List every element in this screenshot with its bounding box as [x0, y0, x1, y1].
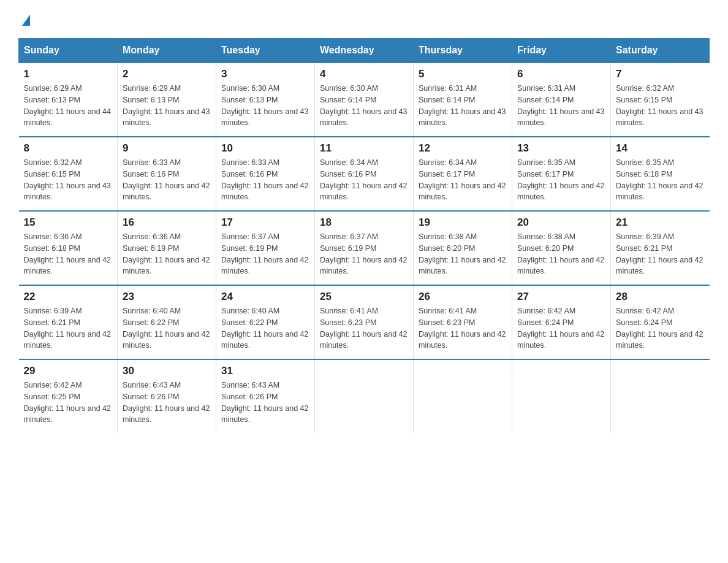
day-number: 21 [616, 216, 705, 229]
calendar-cell: 9 Sunrise: 6:33 AMSunset: 6:16 PMDayligh… [118, 137, 216, 211]
day-info: Sunrise: 6:34 AMSunset: 6:16 PMDaylight:… [320, 158, 407, 201]
calendar-cell: 25 Sunrise: 6:41 AMSunset: 6:23 PMDaylig… [315, 285, 414, 359]
day-info: Sunrise: 6:38 AMSunset: 6:20 PMDaylight:… [517, 232, 604, 275]
day-info: Sunrise: 6:43 AMSunset: 6:26 PMDaylight:… [221, 381, 308, 424]
calendar-cell: 26 Sunrise: 6:41 AMSunset: 6:23 PMDaylig… [414, 285, 512, 359]
header-sunday: Sunday [19, 39, 118, 63]
header-saturday: Saturday [611, 39, 710, 63]
calendar-week-row: 8 Sunrise: 6:32 AMSunset: 6:15 PMDayligh… [19, 137, 710, 211]
calendar-week-row: 29 Sunrise: 6:42 AMSunset: 6:25 PMDaylig… [19, 359, 710, 433]
header-tuesday: Tuesday [216, 39, 315, 63]
header-friday: Friday [512, 39, 611, 63]
day-number: 10 [221, 142, 309, 155]
day-info: Sunrise: 6:40 AMSunset: 6:22 PMDaylight:… [221, 307, 308, 350]
calendar-cell: 12 Sunrise: 6:34 AMSunset: 6:17 PMDaylig… [414, 137, 512, 211]
calendar-cell: 2 Sunrise: 6:29 AMSunset: 6:13 PMDayligh… [118, 63, 216, 137]
day-info: Sunrise: 6:42 AMSunset: 6:25 PMDaylight:… [24, 381, 111, 424]
calendar-cell: 4 Sunrise: 6:30 AMSunset: 6:14 PMDayligh… [315, 63, 414, 137]
day-number: 8 [24, 142, 113, 155]
calendar-cell [512, 359, 611, 433]
day-number: 17 [221, 216, 309, 229]
day-number: 13 [517, 142, 605, 155]
day-number: 6 [517, 68, 605, 80]
day-info: Sunrise: 6:32 AMSunset: 6:15 PMDaylight:… [616, 84, 703, 127]
day-info: Sunrise: 6:41 AMSunset: 6:23 PMDaylight:… [419, 307, 506, 350]
calendar-cell: 8 Sunrise: 6:32 AMSunset: 6:15 PMDayligh… [19, 137, 118, 211]
calendar-cell: 15 Sunrise: 6:36 AMSunset: 6:18 PMDaylig… [19, 211, 118, 285]
day-info: Sunrise: 6:39 AMSunset: 6:21 PMDaylight:… [616, 232, 703, 275]
day-info: Sunrise: 6:35 AMSunset: 6:17 PMDaylight:… [517, 158, 604, 201]
day-number: 18 [320, 216, 408, 229]
page-header [18, 12, 710, 26]
day-info: Sunrise: 6:29 AMSunset: 6:13 PMDaylight:… [24, 84, 111, 127]
day-info: Sunrise: 6:42 AMSunset: 6:24 PMDaylight:… [517, 307, 604, 350]
calendar-cell: 28 Sunrise: 6:42 AMSunset: 6:24 PMDaylig… [611, 285, 710, 359]
day-info: Sunrise: 6:39 AMSunset: 6:21 PMDaylight:… [24, 307, 111, 350]
day-info: Sunrise: 6:30 AMSunset: 6:13 PMDaylight:… [221, 84, 308, 127]
day-info: Sunrise: 6:37 AMSunset: 6:19 PMDaylight:… [320, 232, 407, 275]
header-monday: Monday [118, 39, 216, 63]
day-info: Sunrise: 6:36 AMSunset: 6:19 PMDaylight:… [123, 232, 210, 275]
day-number: 20 [517, 216, 605, 229]
day-number: 2 [123, 68, 211, 80]
day-number: 28 [616, 291, 705, 303]
day-number: 11 [320, 142, 408, 155]
day-info: Sunrise: 6:42 AMSunset: 6:24 PMDaylight:… [616, 307, 703, 350]
header-thursday: Thursday [414, 39, 512, 63]
day-number: 29 [24, 365, 113, 377]
day-info: Sunrise: 6:29 AMSunset: 6:13 PMDaylight:… [123, 84, 210, 127]
calendar-cell: 24 Sunrise: 6:40 AMSunset: 6:22 PMDaylig… [216, 285, 315, 359]
day-number: 22 [24, 291, 113, 303]
day-info: Sunrise: 6:34 AMSunset: 6:17 PMDaylight:… [419, 158, 506, 201]
day-info: Sunrise: 6:32 AMSunset: 6:15 PMDaylight:… [24, 158, 111, 201]
calendar-week-row: 22 Sunrise: 6:39 AMSunset: 6:21 PMDaylig… [19, 285, 710, 359]
day-number: 16 [123, 216, 211, 229]
calendar-cell: 21 Sunrise: 6:39 AMSunset: 6:21 PMDaylig… [611, 211, 710, 285]
calendar-cell: 29 Sunrise: 6:42 AMSunset: 6:25 PMDaylig… [19, 359, 118, 433]
calendar-cell: 20 Sunrise: 6:38 AMSunset: 6:20 PMDaylig… [512, 211, 611, 285]
day-number: 26 [419, 291, 507, 303]
calendar-cell: 16 Sunrise: 6:36 AMSunset: 6:19 PMDaylig… [118, 211, 216, 285]
day-number: 19 [419, 216, 507, 229]
day-number: 25 [320, 291, 408, 303]
calendar-cell: 3 Sunrise: 6:30 AMSunset: 6:13 PMDayligh… [216, 63, 315, 137]
calendar-cell [414, 359, 512, 433]
day-info: Sunrise: 6:38 AMSunset: 6:20 PMDaylight:… [419, 232, 506, 275]
calendar-cell: 5 Sunrise: 6:31 AMSunset: 6:14 PMDayligh… [414, 63, 512, 137]
day-info: Sunrise: 6:36 AMSunset: 6:18 PMDaylight:… [24, 232, 111, 275]
day-info: Sunrise: 6:43 AMSunset: 6:26 PMDaylight:… [123, 381, 210, 424]
calendar-cell: 19 Sunrise: 6:38 AMSunset: 6:20 PMDaylig… [414, 211, 512, 285]
day-info: Sunrise: 6:41 AMSunset: 6:23 PMDaylight:… [320, 307, 407, 350]
calendar-week-row: 1 Sunrise: 6:29 AMSunset: 6:13 PMDayligh… [19, 63, 710, 137]
day-info: Sunrise: 6:30 AMSunset: 6:14 PMDaylight:… [320, 84, 407, 127]
day-number: 12 [419, 142, 507, 155]
calendar-cell [611, 359, 710, 433]
calendar-header-row: SundayMondayTuesdayWednesdayThursdayFrid… [19, 39, 710, 63]
day-number: 5 [419, 68, 507, 80]
day-number: 1 [24, 68, 113, 80]
calendar-cell: 22 Sunrise: 6:39 AMSunset: 6:21 PMDaylig… [19, 285, 118, 359]
day-number: 24 [221, 291, 309, 303]
day-number: 14 [616, 142, 705, 155]
day-number: 15 [24, 216, 113, 229]
calendar-cell: 7 Sunrise: 6:32 AMSunset: 6:15 PMDayligh… [611, 63, 710, 137]
day-number: 3 [221, 68, 309, 80]
calendar-cell: 17 Sunrise: 6:37 AMSunset: 6:19 PMDaylig… [216, 211, 315, 285]
day-info: Sunrise: 6:33 AMSunset: 6:16 PMDaylight:… [221, 158, 308, 201]
day-number: 7 [616, 68, 705, 80]
day-number: 23 [123, 291, 211, 303]
day-info: Sunrise: 6:31 AMSunset: 6:14 PMDaylight:… [419, 84, 506, 127]
calendar-cell: 18 Sunrise: 6:37 AMSunset: 6:19 PMDaylig… [315, 211, 414, 285]
header-wednesday: Wednesday [315, 39, 414, 63]
day-info: Sunrise: 6:31 AMSunset: 6:14 PMDaylight:… [517, 84, 604, 127]
calendar-cell: 14 Sunrise: 6:35 AMSunset: 6:18 PMDaylig… [611, 137, 710, 211]
calendar-cell: 6 Sunrise: 6:31 AMSunset: 6:14 PMDayligh… [512, 63, 611, 137]
logo [18, 12, 30, 26]
day-info: Sunrise: 6:35 AMSunset: 6:18 PMDaylight:… [616, 158, 703, 201]
calendar-cell: 30 Sunrise: 6:43 AMSunset: 6:26 PMDaylig… [118, 359, 216, 433]
day-number: 31 [221, 365, 309, 377]
calendar-table: SundayMondayTuesdayWednesdayThursdayFrid… [18, 38, 710, 433]
calendar-cell: 13 Sunrise: 6:35 AMSunset: 6:17 PMDaylig… [512, 137, 611, 211]
calendar-cell: 31 Sunrise: 6:43 AMSunset: 6:26 PMDaylig… [216, 359, 315, 433]
calendar-cell: 10 Sunrise: 6:33 AMSunset: 6:16 PMDaylig… [216, 137, 315, 211]
